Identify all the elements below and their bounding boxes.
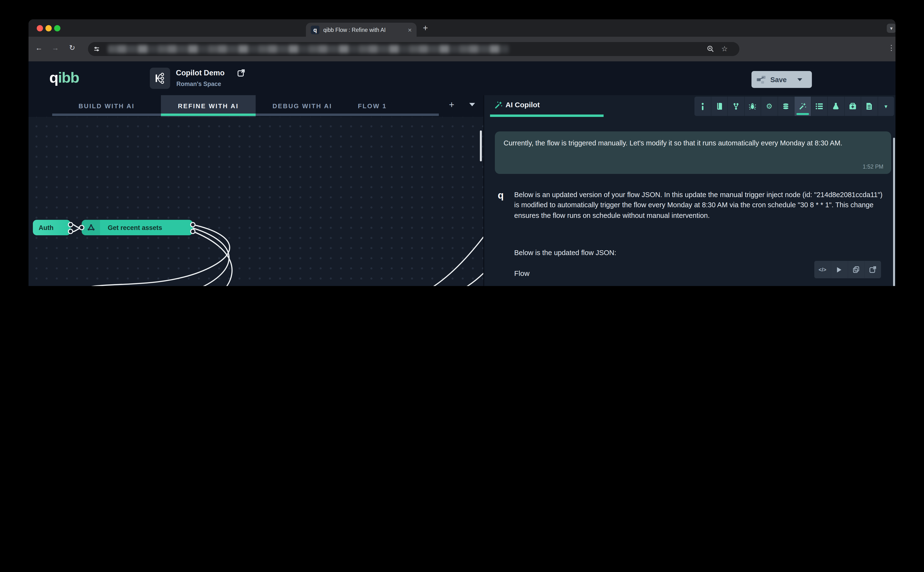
forward-button[interactable]: → [52, 44, 59, 52]
qibb-app: qibb Copilot Demo Roman's Space [28, 61, 896, 286]
tab-build-with-ai[interactable]: BUILD WITH AI [52, 95, 161, 117]
iconik-icon [82, 220, 100, 235]
run-flow-button[interactable] [831, 261, 848, 278]
ai-copilot-panel: AI Copilot ⚙ [483, 95, 896, 286]
port[interactable] [79, 225, 84, 230]
canvas-vertical-scrollbar[interactable] [480, 131, 482, 162]
bookmark-star-icon[interactable]: ☆ [721, 44, 728, 53]
port[interactable] [190, 229, 196, 234]
panel-title: AI Copilot [506, 101, 540, 109]
message-timestamp: 1:52 PM [863, 164, 884, 169]
close-tab-icon[interactable]: × [408, 26, 412, 33]
layers-tool-button[interactable] [778, 96, 794, 116]
report-tool-button[interactable] [861, 96, 877, 116]
view-code-button[interactable]: </> [814, 261, 831, 278]
open-flow-external-icon[interactable] [237, 69, 245, 79]
docs-tool-button[interactable] [711, 96, 727, 116]
qibb-favicon-icon: q [311, 25, 319, 34]
flow-tab-bar: BUILD WITH AI REFINE WITH AI DEBUG WITH … [28, 95, 483, 117]
assistant-paragraph-1: Below is an updated version of your flow… [514, 190, 887, 221]
save-label: Save [770, 76, 787, 83]
browser-menu-icon[interactable]: ⋮ [888, 44, 895, 52]
attachment-label: Flow [514, 269, 529, 277]
browser-tab[interactable]: q qibb Flow : Refine with AI × [306, 23, 417, 37]
url-text-redacted [108, 45, 509, 53]
info-tool-button[interactable] [694, 96, 711, 116]
tab-flow-1[interactable]: FLOW 1 [349, 95, 396, 117]
zoom-page-icon[interactable] [706, 45, 714, 53]
assistant-avatar: q [498, 190, 504, 201]
flow-canvas[interactable]: Auth Get recent assets f Construct Asset… [28, 117, 483, 286]
port[interactable] [190, 222, 196, 227]
browser-window: q qibb Flow : Refine with AI × + ▼ ← → ↻ [28, 19, 896, 286]
tab-search-chevron-icon[interactable]: ▼ [887, 24, 896, 33]
lab-tool-button[interactable] [828, 96, 844, 116]
user-message: Currently, the flow is triggered manuall… [495, 131, 891, 174]
reload-button[interactable]: ↻ [69, 44, 75, 52]
flow-icon [150, 68, 170, 89]
user-message-text: Currently, the flow is triggered manuall… [504, 138, 880, 149]
browser-toolbar: ← → ↻ ☆ ⋮ [28, 37, 896, 61]
screen: q qibb Flow : Refine with AI × + ▼ ← → ↻ [0, 0, 924, 286]
tab-debug-with-ai[interactable]: DEBUG WITH AI [256, 95, 349, 117]
settings-tool-button[interactable]: ⚙ [761, 96, 777, 116]
browser-tabstrip: q qibb Flow : Refine with AI × + ▼ [28, 19, 896, 37]
copy-button[interactable] [848, 261, 864, 278]
tab-title: qibb Flow : Refine with AI [323, 27, 408, 33]
open-external-button[interactable] [865, 261, 881, 278]
node-get-recent-assets[interactable]: Get recent assets [82, 220, 193, 235]
attachment-actions: </> [814, 261, 881, 278]
add-tab-button[interactable]: + [449, 99, 454, 110]
health-tool-button[interactable] [845, 96, 861, 116]
more-tools-chevron-icon[interactable]: ▼ [878, 96, 894, 116]
qibb-logo[interactable]: qibb [49, 69, 79, 87]
list-tool-button[interactable] [811, 96, 828, 116]
panel-title-underline [490, 115, 604, 117]
ai-copilot-wand-icon [494, 101, 502, 112]
workspace-name: Roman's Space [176, 81, 221, 87]
flow-name: Copilot Demo [176, 68, 225, 77]
zoom-window-button[interactable] [54, 25, 61, 31]
save-dropdown-caret-icon[interactable] [797, 78, 802, 81]
save-button[interactable]: Save [751, 71, 812, 88]
app-header: qibb Copilot Demo Roman's Space [28, 61, 896, 95]
flow-branches-icon [154, 72, 166, 85]
ai-copilot-tool-button[interactable] [795, 96, 810, 116]
node-auth[interactable]: Auth [33, 220, 70, 235]
new-tab-button[interactable]: + [423, 23, 428, 33]
versions-tool-button[interactable] [728, 96, 744, 116]
chat-scrollbar[interactable] [893, 138, 895, 286]
copy-icon [853, 266, 859, 273]
save-flow-icon [756, 75, 766, 84]
minimize-window-button[interactable] [45, 25, 52, 31]
tab-list-caret-icon[interactable] [469, 103, 475, 106]
tune-icon[interactable] [94, 46, 100, 52]
address-bar[interactable]: ☆ [88, 42, 739, 56]
port[interactable] [68, 222, 73, 227]
close-window-button[interactable] [37, 25, 43, 31]
back-button[interactable]: ← [35, 44, 42, 52]
active-tab-underline [161, 113, 256, 116]
port[interactable] [68, 229, 73, 234]
flow-wires [28, 117, 483, 286]
play-icon [837, 266, 842, 273]
open-external-icon [870, 266, 876, 273]
assistant-paragraph-2: Below is the updated flow JSON: [514, 248, 887, 258]
panel-toolbar: ⚙ [694, 96, 894, 116]
debug-tool-button[interactable] [745, 96, 761, 116]
